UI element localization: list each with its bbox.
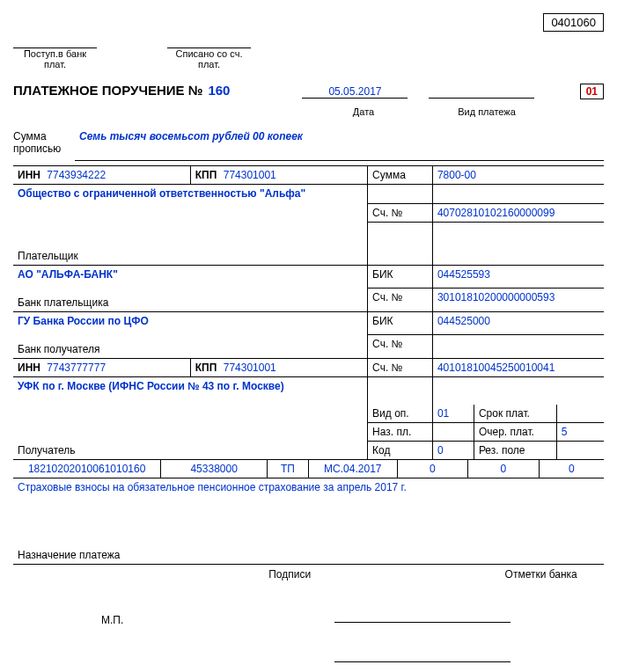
payer-bank-account-value: 30101810200000000593 bbox=[432, 289, 604, 312]
written-off-label: Списано со сч. плат. bbox=[167, 48, 251, 69]
recipient-kpp-cell: КПП 774301001 bbox=[190, 358, 367, 376]
written-off-field bbox=[167, 36, 251, 48]
priority-value: 5 bbox=[556, 423, 604, 442]
received-field bbox=[13, 36, 97, 48]
recipient-bank-bik-value: 044525000 bbox=[432, 311, 604, 335]
sum-label-cell: Сумма bbox=[368, 166, 433, 185]
signatures-label: Подписи bbox=[268, 568, 311, 581]
recipient-bank-account-label: Сч. № bbox=[368, 335, 433, 359]
oktmo-cell: 45338000 bbox=[161, 460, 268, 478]
basis-cell: ТП bbox=[268, 460, 309, 478]
amount-words-label: Сумма прописью bbox=[13, 130, 75, 155]
type-cell: 0 bbox=[539, 460, 604, 478]
mp-label: М.П. bbox=[101, 614, 123, 662]
recipient-bank-cell: ГУ Банка России по ЦФО Банк получателя bbox=[13, 311, 368, 358]
reserve-value bbox=[556, 442, 604, 460]
recipient-name-cell: УФК по г. Москве (ИФНС России № 43 по г.… bbox=[13, 376, 368, 405]
recipient-bank-account-value bbox=[432, 335, 604, 359]
reserve-label: Рез. поле bbox=[474, 442, 556, 460]
ops-table: Получатель Вид оп. 01 Срок плат. Наз. пл… bbox=[13, 405, 604, 460]
payer-inn-cell: ИНН 7743934222 bbox=[13, 166, 190, 185]
date-label: Дата bbox=[311, 106, 416, 117]
period-cell: МС.04.2017 bbox=[308, 460, 397, 478]
purpose-code-value bbox=[432, 423, 474, 442]
codes-row-table: 18210202010061010160 45338000 ТП МС.04.2… bbox=[13, 460, 604, 478]
status-code: 01 bbox=[580, 84, 604, 99]
recipient-account-label: Сч. № bbox=[368, 358, 433, 376]
recipient-account-value: 40101810045250010041 bbox=[432, 358, 604, 376]
document-title: ПЛАТЕЖНОЕ ПОРУЧЕНИЕ № bbox=[13, 83, 202, 98]
received-label: Поступ.в банк плат. bbox=[13, 48, 97, 69]
recipient-bank-bik-label: БИК bbox=[368, 311, 433, 335]
op-type-value: 01 bbox=[432, 405, 474, 423]
op-type-label: Вид оп. bbox=[368, 405, 433, 423]
purpose-label: Назначение платежа bbox=[13, 546, 604, 565]
purpose-code-label: Наз. пл. bbox=[368, 423, 433, 442]
code-label: Код bbox=[368, 442, 433, 460]
payer-bank-cell: АО "АЛЬФА-БАНК" Банк плательщика bbox=[13, 265, 368, 311]
priority-label: Очер. плат. bbox=[474, 423, 556, 442]
payer-name-cell: Общество с ограниченной ответственностью… bbox=[13, 185, 368, 223]
amount-words-value: Семь тысяч восемьсот рублей 00 копеек bbox=[75, 130, 604, 161]
document-number: 160 bbox=[208, 83, 230, 98]
purpose-text: Страховые взносы на обязательное пенсион… bbox=[13, 478, 604, 546]
term-value bbox=[556, 405, 604, 423]
payment-type-field bbox=[429, 85, 534, 99]
recipient-label-cell: Получатель bbox=[13, 405, 368, 460]
code-value: 0 bbox=[432, 442, 474, 460]
docnum-cell: 0 bbox=[397, 460, 468, 478]
document-date: 05.05.2017 bbox=[302, 85, 408, 99]
signature-line-1 bbox=[334, 605, 510, 623]
payer-account-value: 40702810102160000099 bbox=[432, 204, 604, 223]
main-table: ИНН 7743934222 КПП 774301001 Сумма 7800-… bbox=[13, 165, 604, 405]
docdate-cell: 0 bbox=[468, 460, 540, 478]
payer-bank-bik-label: БИК bbox=[368, 265, 433, 289]
bank-marks-label: Отметки банка bbox=[505, 568, 577, 581]
payer-label-cell: Плательщик bbox=[13, 223, 368, 266]
form-code: 0401060 bbox=[543, 13, 604, 32]
signature-line-2 bbox=[334, 645, 510, 662]
payer-account-label: Сч. № bbox=[368, 204, 433, 223]
payer-bank-account-label: Сч. № bbox=[368, 289, 433, 312]
payment-type-label: Вид платежа bbox=[434, 106, 540, 117]
sum-value-cell: 7800-00 bbox=[432, 166, 604, 185]
payer-bank-bik-value: 044525593 bbox=[432, 265, 604, 289]
payer-kpp-cell: КПП 774301001 bbox=[190, 166, 367, 185]
kbk-cell: 18210202010061010160 bbox=[13, 460, 161, 478]
term-label: Срок плат. bbox=[474, 405, 556, 423]
recipient-inn-cell: ИНН 7743777777 bbox=[13, 358, 190, 376]
